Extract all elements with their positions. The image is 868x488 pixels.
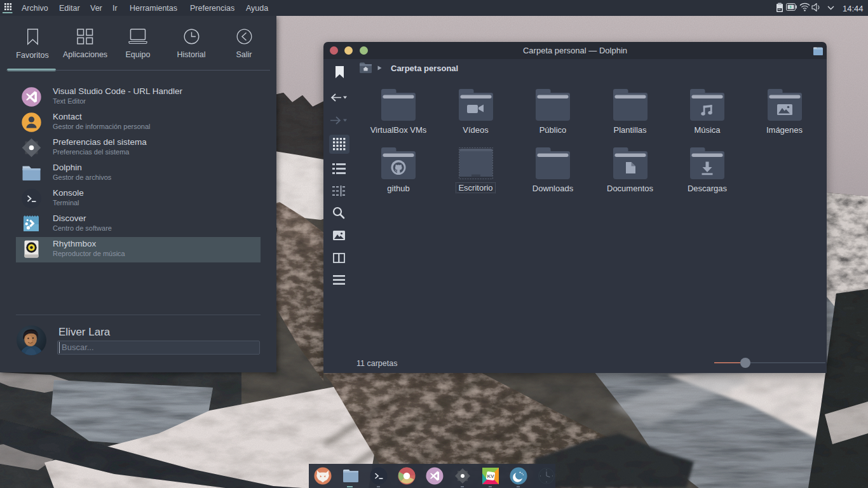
svg-text:KV: KV	[487, 473, 494, 479]
